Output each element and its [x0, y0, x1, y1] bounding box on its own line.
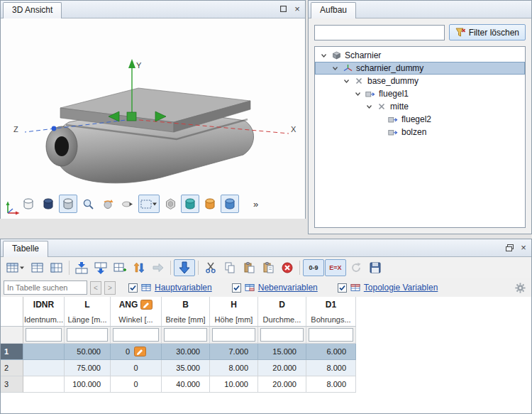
cell-l-row3[interactable]: 100.000: [65, 376, 111, 393]
table-properties-button[interactable]: [48, 259, 66, 276]
settings-gear-button[interactable]: [515, 283, 526, 293]
column-header-idnr[interactable]: IDNR: [23, 297, 65, 312]
expander-chevron-icon[interactable]: [365, 104, 373, 110]
mesh-display-button[interactable]: [161, 195, 179, 213]
cell-idnr-row3[interactable]: [23, 376, 65, 393]
rotate-view-button[interactable]: [99, 195, 117, 213]
cell-b-row1[interactable]: 30.000: [162, 344, 210, 360]
checkbox-box[interactable]: [128, 283, 138, 293]
float-panel-button[interactable]: [503, 241, 516, 254]
tree-item-base_dummy[interactable]: base_dummy: [315, 75, 525, 87]
cylinder-wire-button[interactable]: [19, 195, 38, 213]
tree-item-Scharnier[interactable]: Scharnier: [315, 49, 525, 62]
paste-special-button[interactable]: [259, 259, 277, 276]
cell-d1-row3[interactable]: 8.000: [306, 376, 356, 393]
cell-d-row1[interactable]: 15.000: [258, 344, 306, 360]
cell-d1-row2[interactable]: 8.000: [306, 360, 356, 376]
cell-l-row1[interactable]: 50.000: [65, 344, 111, 360]
checkbox-box[interactable]: [338, 283, 347, 293]
tree-item-mitte[interactable]: mitte: [315, 100, 525, 113]
cell-d-row3[interactable]: 20.000: [258, 376, 306, 393]
table-row-1[interactable]: 150.000030.0007.00015.0006.000: [1, 344, 531, 360]
filter-clear-button[interactable]: Filter löschen: [449, 24, 526, 40]
maximize-button[interactable]: [277, 3, 289, 15]
cell-ang-row1[interactable]: 0: [111, 344, 162, 360]
table-select-menu-button[interactable]: [4, 259, 28, 276]
save-button[interactable]: [366, 259, 384, 276]
column-header-ang[interactable]: ANG: [111, 297, 162, 312]
row-header-2[interactable]: 2: [1, 360, 23, 376]
checkbox-topologie-variablen[interactable]: Topologie Variablen: [338, 283, 438, 293]
checkbox-label-hauptvariablen[interactable]: Hauptvariablen: [155, 283, 212, 293]
filter-input-d[interactable]: [260, 328, 304, 342]
formula-display-toggle[interactable]: E=X: [325, 259, 346, 276]
delete-button[interactable]: [278, 259, 297, 276]
table-search-input[interactable]: [4, 280, 87, 295]
filter-input-idnr[interactable]: [26, 328, 62, 342]
expander-chevron-icon[interactable]: [319, 53, 328, 59]
filter-input-ang[interactable]: [113, 328, 159, 342]
reorder-columns-button[interactable]: [130, 259, 148, 276]
close-button[interactable]: ×: [291, 3, 304, 15]
search-prev-button[interactable]: <: [90, 281, 101, 295]
selection-mode-button[interactable]: [138, 195, 160, 213]
cell-h-row1[interactable]: 7.000: [210, 344, 258, 360]
expander-chevron-icon[interactable]: [342, 78, 350, 85]
insert-row-button[interactable]: [72, 259, 91, 276]
edit-angle-button[interactable]: [134, 347, 146, 356]
zoom-button[interactable]: [79, 195, 97, 213]
filter-input-l[interactable]: [67, 328, 108, 342]
refresh-button[interactable]: [347, 259, 365, 276]
cylinder-dark-button[interactable]: [39, 195, 57, 213]
checkbox-label-topologie-variablen[interactable]: Topologie Variablen: [364, 283, 438, 293]
cell-l-row2[interactable]: 75.000: [65, 360, 111, 376]
cell-h-row3[interactable]: 10.000: [210, 376, 258, 393]
checkbox-label-nebenvariablen[interactable]: Nebenvariablen: [258, 283, 318, 293]
tree-item-bolzen[interactable]: bolzen: [315, 126, 525, 138]
filter-input-d1[interactable]: [309, 328, 353, 342]
column-header-d1[interactable]: D1: [306, 297, 356, 312]
cell-d1-row1[interactable]: 6.000: [306, 344, 356, 360]
numeric-display-toggle[interactable]: 0-9: [303, 259, 324, 276]
tree-item-scharnier_dummy[interactable]: scharnier_dummy: [315, 62, 525, 75]
checkbox-nebenvariablen[interactable]: Nebenvariablen: [232, 283, 318, 293]
column-header-h[interactable]: H: [210, 297, 258, 312]
cell-b-row3[interactable]: 40.000: [162, 376, 210, 393]
row-header-3[interactable]: 3: [1, 376, 23, 393]
row-header-1[interactable]: 1: [1, 344, 23, 360]
cut-button[interactable]: [201, 259, 220, 276]
filter-input-h[interactable]: [212, 328, 255, 342]
close-tabelle-button[interactable]: ×: [517, 241, 530, 254]
cell-b-row2[interactable]: 35.000: [162, 360, 210, 376]
tab-3d-ansicht[interactable]: 3D Ansicht: [3, 2, 62, 18]
cell-d-row2[interactable]: 20.000: [258, 360, 306, 376]
table-row-2[interactable]: 275.000035.0008.00020.0008.000: [1, 360, 531, 376]
table-new-button[interactable]: [28, 259, 47, 276]
column-header-l[interactable]: L: [65, 297, 111, 312]
cell-idnr-row2[interactable]: [23, 360, 65, 376]
cylinder-teal-button[interactable]: [181, 195, 199, 213]
column-header-b[interactable]: B: [162, 297, 210, 312]
expander-chevron-icon[interactable]: [331, 65, 339, 72]
toolbar-overflow-button[interactable]: »: [253, 199, 258, 209]
cell-ang-row3[interactable]: 0: [111, 376, 162, 393]
column-header-d[interactable]: D: [258, 297, 306, 312]
3d-viewport[interactable]: Y X Z: [1, 18, 305, 219]
cylinder-orange-button[interactable]: [201, 195, 219, 213]
cylinder-blue-button[interactable]: [221, 195, 239, 213]
tree-item-fluegel2[interactable]: fluegel2: [315, 113, 525, 126]
cell-idnr-row1[interactable]: [23, 344, 65, 360]
table-row-3[interactable]: 3100.000040.00010.00020.0008.000: [1, 376, 531, 393]
tab-aufbau[interactable]: Aufbau: [311, 2, 356, 18]
apply-values-button[interactable]: [174, 259, 195, 276]
animation-button[interactable]: [118, 195, 137, 213]
tree-item-fluegel1[interactable]: fluegel1: [315, 87, 525, 100]
cell-ang-row2[interactable]: 0: [111, 360, 162, 376]
cell-h-row2[interactable]: 8.000: [210, 360, 258, 376]
add-values-button[interactable]: [111, 259, 129, 276]
insert-row-end-button[interactable]: [92, 259, 110, 276]
tab-tabelle[interactable]: Tabelle: [3, 241, 48, 257]
expander-chevron-icon[interactable]: [353, 91, 362, 97]
aufbau-search-input[interactable]: [314, 25, 445, 40]
paste-button[interactable]: [240, 259, 258, 276]
